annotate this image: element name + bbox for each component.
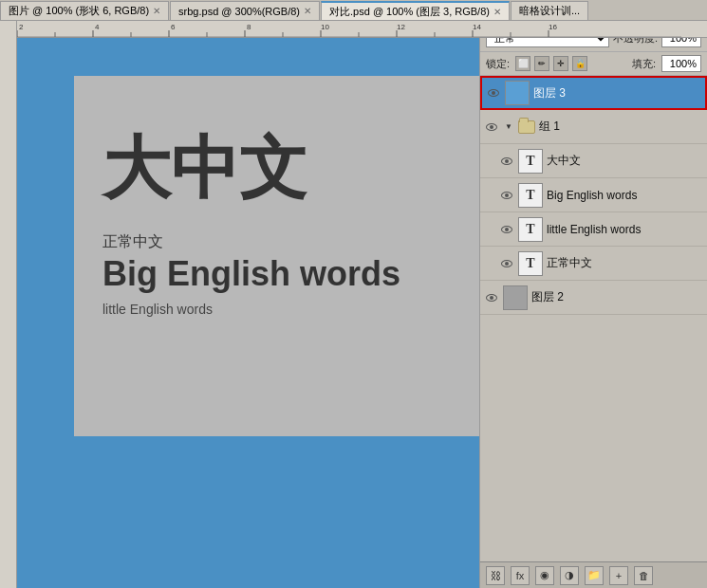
tab-label: 暗格设计训... [519,4,580,18]
svg-text:14: 14 [473,23,481,31]
horizontal-ruler: 2 4 6 8 10 12 14 16 [0,21,707,38]
svg-text:6: 6 [171,23,176,31]
layer-visibility-normal-chinese[interactable] [499,256,514,271]
layer-item-big-chinese[interactable]: T 大中文 [480,144,707,178]
lock-transparency-button[interactable]: ⬜ [515,56,530,71]
layer-name-group1: 组 1 [539,119,703,135]
layer-name-big-english: Big English words [547,189,703,202]
layer-name-layer3: 图层 3 [533,85,701,101]
layer-item-big-english[interactable]: T Big English words [480,178,707,212]
document-canvas: 大中文 正常中文 Big English words little Englis… [74,76,479,436]
layer-item-little-english[interactable]: T little English words [480,212,707,247]
group-button[interactable]: 📁 [585,566,604,585]
svg-text:10: 10 [321,23,329,31]
delete-layer-button[interactable]: 🗑 [634,566,653,585]
tab-label: 图片 @ 100% (形状 6, RGB/8) [9,4,149,18]
svg-text:12: 12 [397,23,405,31]
layers-panel: 正常 溶解 正片叠底 不透明度: 锁定: ⬜ ✏ ✛ 🔒 填充: [480,25,707,588]
tab-srbg[interactable]: srbg.psd @ 300%(RGB/8) ✕ [170,1,320,20]
layer-thumb-little-english: T [518,217,543,242]
layer-name-little-english: little English words [547,223,703,236]
canvas-area: 大中文 正常中文 Big English words little Englis… [17,38,479,588]
layer-thumb-layer2 [503,285,528,310]
layer-visibility-big-english[interactable] [499,188,514,203]
fill-label: 填充: [632,57,656,71]
svg-text:4: 4 [95,23,100,31]
tab-shapes[interactable]: 图片 @ 100% (形状 6, RGB/8) ✕ [0,1,169,20]
mask-button[interactable]: ◉ [535,566,554,585]
tab-compare[interactable]: 对比.psd @ 100% (图层 3, RGB/8) ✕ [321,1,510,20]
vertical-ruler [0,21,17,588]
lock-image-button[interactable]: ✏ [534,56,549,71]
canvas-normal-chinese-text: 正常中文 [102,232,163,252]
layer-name-normal-chinese: 正常中文 [547,255,703,271]
lock-all-button[interactable]: 🔒 [572,56,587,71]
canvas-small-english-text: little English words [102,302,213,317]
layer-item-layer3[interactable]: 图层 3 [480,76,707,110]
layer-thumb-big-english: T [518,183,543,208]
panel-toolbar: ⛓ fx ◉ ◑ 📁 + 🗑 [480,561,707,588]
layer-name-big-chinese: 大中文 [547,153,703,169]
layer-visibility-big-chinese[interactable] [499,154,514,169]
layer-visibility-layer2[interactable] [484,290,499,305]
new-layer-button[interactable]: + [609,566,628,585]
tab-label: 对比.psd @ 100% (图层 3, RGB/8) [329,5,490,19]
fill-input[interactable] [661,55,701,72]
layer-item-normal-chinese[interactable]: T 正常中文 [480,247,707,281]
group-expand-icon[interactable]: ▼ [503,121,514,133]
group-folder-icon [518,120,535,134]
tab-close-icon[interactable]: ✕ [304,6,311,16]
lock-label: 锁定: [486,57,510,71]
layer-item-layer2[interactable]: 图层 2 [480,281,707,315]
layer-item-group1[interactable]: ▼ 组 1 [480,110,707,144]
canvas-big-chinese-text: 大中文 [102,123,307,214]
layer-visibility-layer3[interactable] [486,85,501,101]
svg-text:2: 2 [19,23,24,31]
canvas-big-english-text: Big English words [102,254,400,294]
svg-text:8: 8 [247,23,251,31]
tab-close-icon[interactable]: ✕ [153,6,160,16]
layer-thumb-big-chinese: T [518,149,543,174]
layer-thumb-layer3 [505,81,530,105]
layer-name-layer2: 图层 2 [531,289,703,305]
panels-container: 图层 号码套 直方图 信息 ▶ 正常 溶解 正片叠底 不透明度: 锁定: [479,0,707,588]
fx-button[interactable]: fx [511,566,530,585]
adjustment-button[interactable]: ◑ [560,566,579,585]
lock-position-button[interactable]: ✛ [553,56,568,71]
layers-list: 图层 3 ▼ 组 1 T 大中文 [480,76,707,561]
svg-text:16: 16 [549,23,557,31]
lock-row: 锁定: ⬜ ✏ ✛ 🔒 填充: [480,52,707,76]
tab-close-icon[interactable]: ✕ [493,7,501,17]
layer-thumb-normal-chinese: T [518,251,543,276]
tab-extra[interactable]: 暗格设计训... [511,1,588,20]
tab-label: srbg.psd @ 300%(RGB/8) [178,6,300,17]
layer-visibility-group1[interactable] [484,119,499,135]
link-layers-button[interactable]: ⛓ [486,566,505,585]
tab-bar: 图片 @ 100% (形状 6, RGB/8) ✕ srbg.psd @ 300… [0,0,707,21]
lock-icons: ⬜ ✏ ✛ 🔒 [515,56,587,71]
layer-visibility-little-english[interactable] [499,222,514,237]
